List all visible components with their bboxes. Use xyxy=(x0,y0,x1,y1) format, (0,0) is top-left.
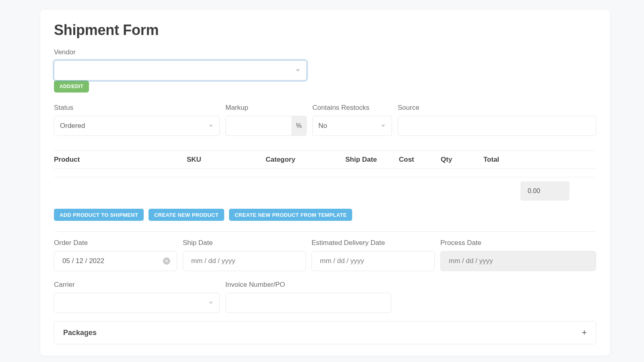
ship-date-label: Ship Date xyxy=(183,239,306,247)
clear-icon[interactable]: ✕ xyxy=(163,257,170,265)
divider xyxy=(54,231,596,232)
carrier-field: Carrier xyxy=(54,281,220,313)
process-date-placeholder: mm / dd / yyyy xyxy=(449,257,493,265)
packages-accordion[interactable]: Packages + xyxy=(54,321,596,344)
order-date-label: Order Date xyxy=(54,239,177,247)
carrier-invoice-row: Carrier Invoice Number/PO xyxy=(54,281,596,313)
process-date-input: mm / dd / yyyy xyxy=(440,251,596,271)
table-header-row: Product SKU Category Ship Date Cost Qty … xyxy=(54,151,596,169)
est-delivery-label: Estimated Delivery Date xyxy=(312,239,435,247)
packages-label: Packages xyxy=(63,329,97,337)
restocks-select[interactable]: No xyxy=(312,116,392,136)
status-select[interactable]: Ordered xyxy=(54,116,220,136)
status-value: Ordered xyxy=(60,122,85,130)
header-cost: Cost xyxy=(399,156,441,164)
header-total: Total xyxy=(483,156,596,164)
add-product-button[interactable]: ADD PRODUCT TO SHIPMENT xyxy=(54,209,144,221)
est-delivery-field: Estimated Delivery Date mm / dd / yyyy xyxy=(312,239,435,271)
order-date-input[interactable]: 05 / 12 / 2022 ✕ xyxy=(54,251,177,271)
carrier-select[interactable] xyxy=(54,293,220,313)
meta-row: Status Ordered Markup % Contains Restock… xyxy=(54,104,596,136)
total-display: 0.00 xyxy=(520,181,570,201)
vendor-field: Vendor ADD/EDIT xyxy=(54,48,596,93)
vendor-label: Vendor xyxy=(54,48,596,56)
markup-label: Markup xyxy=(225,104,307,112)
order-date-value: 05 / 12 / 2022 xyxy=(62,257,104,265)
ship-date-placeholder: mm / dd / yyyy xyxy=(191,257,235,265)
restocks-field: Contains Restocks No xyxy=(312,104,392,136)
header-ship-date: Ship Date xyxy=(345,156,399,164)
invoice-label: Invoice Number/PO xyxy=(225,281,391,289)
source-field: Source xyxy=(398,104,596,136)
markup-input[interactable] xyxy=(225,116,291,136)
product-action-row: ADD PRODUCT TO SHIPMENT CREATE NEW PRODU… xyxy=(54,209,596,221)
source-input[interactable] xyxy=(398,116,596,136)
status-label: Status xyxy=(54,104,220,112)
restocks-value: No xyxy=(318,122,327,130)
status-field: Status Ordered xyxy=(54,104,220,136)
date-row: Order Date 05 / 12 / 2022 ✕ Ship Date mm… xyxy=(54,239,596,271)
chevron-down-icon xyxy=(209,125,213,127)
chevron-down-icon xyxy=(296,69,300,72)
plus-icon[interactable]: + xyxy=(582,327,587,338)
est-delivery-placeholder: mm / dd / yyyy xyxy=(320,257,364,265)
header-sku: SKU xyxy=(187,156,266,164)
page-title: Shipment Form xyxy=(54,22,596,39)
carrier-label: Carrier xyxy=(54,281,220,289)
vendor-select[interactable] xyxy=(54,60,307,80)
header-category: Category xyxy=(266,156,345,164)
est-delivery-input[interactable]: mm / dd / yyyy xyxy=(312,251,435,271)
invoice-field: Invoice Number/PO xyxy=(225,281,391,313)
table-body-empty xyxy=(54,169,596,177)
order-date-field: Order Date 05 / 12 / 2022 ✕ xyxy=(54,239,177,271)
table-footer: 0.00 xyxy=(54,177,596,205)
header-product: Product xyxy=(54,156,187,164)
page: Shipment Form Vendor ADD/EDIT Status Ord… xyxy=(0,0,644,362)
product-table: Product SKU Category Ship Date Cost Qty … xyxy=(54,150,596,177)
markup-suffix: % xyxy=(291,116,307,136)
markup-wrap: % xyxy=(225,116,307,136)
ship-date-input[interactable]: mm / dd / yyyy xyxy=(183,251,306,271)
source-label: Source xyxy=(398,104,596,112)
chevron-down-icon xyxy=(209,302,213,304)
process-date-label: Process Date xyxy=(440,239,596,247)
create-product-button[interactable]: CREATE NEW PRODUCT xyxy=(149,209,224,221)
restocks-label: Contains Restocks xyxy=(312,104,392,112)
markup-field: Markup % xyxy=(225,104,307,136)
add-edit-vendor-button[interactable]: ADD/EDIT xyxy=(54,80,89,93)
header-qty: Qty xyxy=(441,156,483,164)
process-date-field: Process Date mm / dd / yyyy xyxy=(440,239,596,271)
form-card: Shipment Form Vendor ADD/EDIT Status Ord… xyxy=(40,10,610,356)
ship-date-field: Ship Date mm / dd / yyyy xyxy=(183,239,306,271)
chevron-down-icon xyxy=(381,125,385,127)
create-product-template-button[interactable]: CREATE NEW PRODUCT FROM TEMPLATE xyxy=(229,209,353,221)
invoice-input[interactable] xyxy=(225,293,391,313)
